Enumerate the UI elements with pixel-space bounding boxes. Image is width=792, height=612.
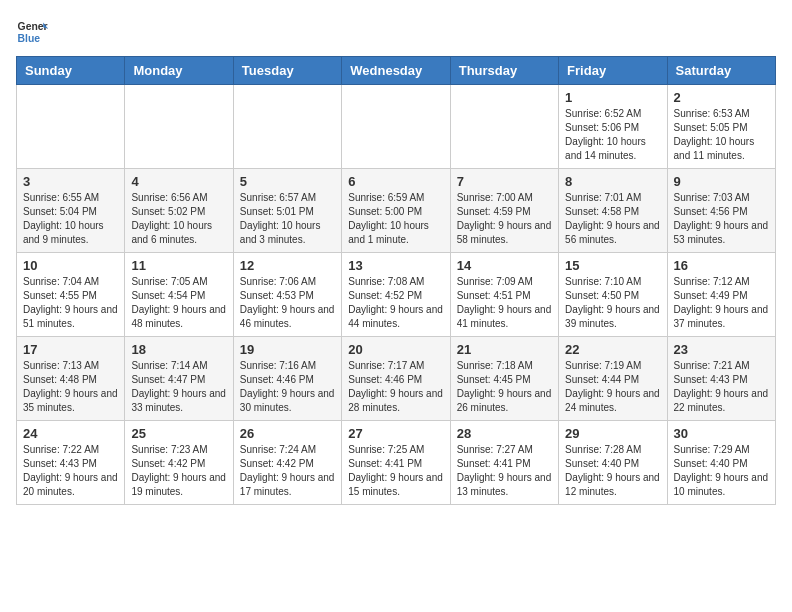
calendar-cell: 29Sunrise: 7:28 AM Sunset: 4:40 PM Dayli…	[559, 421, 667, 505]
day-info: Sunrise: 7:23 AM Sunset: 4:42 PM Dayligh…	[131, 443, 226, 499]
calendar-cell	[125, 85, 233, 169]
day-info: Sunrise: 7:17 AM Sunset: 4:46 PM Dayligh…	[348, 359, 443, 415]
page-header: General Blue	[16, 16, 776, 48]
calendar-cell	[450, 85, 558, 169]
svg-text:Blue: Blue	[18, 33, 41, 44]
day-info: Sunrise: 7:27 AM Sunset: 4:41 PM Dayligh…	[457, 443, 552, 499]
day-number: 21	[457, 342, 552, 357]
day-number: 29	[565, 426, 660, 441]
day-number: 4	[131, 174, 226, 189]
calendar-cell: 17Sunrise: 7:13 AM Sunset: 4:48 PM Dayli…	[17, 337, 125, 421]
calendar-cell: 9Sunrise: 7:03 AM Sunset: 4:56 PM Daylig…	[667, 169, 775, 253]
calendar-cell: 15Sunrise: 7:10 AM Sunset: 4:50 PM Dayli…	[559, 253, 667, 337]
column-header-friday: Friday	[559, 57, 667, 85]
column-header-saturday: Saturday	[667, 57, 775, 85]
column-header-wednesday: Wednesday	[342, 57, 450, 85]
calendar-cell: 21Sunrise: 7:18 AM Sunset: 4:45 PM Dayli…	[450, 337, 558, 421]
day-number: 14	[457, 258, 552, 273]
day-number: 5	[240, 174, 335, 189]
day-info: Sunrise: 7:22 AM Sunset: 4:43 PM Dayligh…	[23, 443, 118, 499]
calendar-week-4: 17Sunrise: 7:13 AM Sunset: 4:48 PM Dayli…	[17, 337, 776, 421]
calendar-cell: 27Sunrise: 7:25 AM Sunset: 4:41 PM Dayli…	[342, 421, 450, 505]
day-number: 24	[23, 426, 118, 441]
column-header-thursday: Thursday	[450, 57, 558, 85]
day-number: 30	[674, 426, 769, 441]
day-number: 19	[240, 342, 335, 357]
logo: General Blue	[16, 16, 52, 48]
calendar-week-5: 24Sunrise: 7:22 AM Sunset: 4:43 PM Dayli…	[17, 421, 776, 505]
calendar-cell: 30Sunrise: 7:29 AM Sunset: 4:40 PM Dayli…	[667, 421, 775, 505]
day-number: 6	[348, 174, 443, 189]
day-info: Sunrise: 7:05 AM Sunset: 4:54 PM Dayligh…	[131, 275, 226, 331]
calendar-cell: 10Sunrise: 7:04 AM Sunset: 4:55 PM Dayli…	[17, 253, 125, 337]
day-number: 7	[457, 174, 552, 189]
day-info: Sunrise: 6:55 AM Sunset: 5:04 PM Dayligh…	[23, 191, 118, 247]
calendar-cell: 2Sunrise: 6:53 AM Sunset: 5:05 PM Daylig…	[667, 85, 775, 169]
day-info: Sunrise: 7:08 AM Sunset: 4:52 PM Dayligh…	[348, 275, 443, 331]
day-info: Sunrise: 7:09 AM Sunset: 4:51 PM Dayligh…	[457, 275, 552, 331]
calendar-cell: 7Sunrise: 7:00 AM Sunset: 4:59 PM Daylig…	[450, 169, 558, 253]
day-info: Sunrise: 7:12 AM Sunset: 4:49 PM Dayligh…	[674, 275, 769, 331]
calendar-cell: 3Sunrise: 6:55 AM Sunset: 5:04 PM Daylig…	[17, 169, 125, 253]
calendar-week-1: 1Sunrise: 6:52 AM Sunset: 5:06 PM Daylig…	[17, 85, 776, 169]
day-number: 8	[565, 174, 660, 189]
day-info: Sunrise: 7:06 AM Sunset: 4:53 PM Dayligh…	[240, 275, 335, 331]
calendar-cell: 14Sunrise: 7:09 AM Sunset: 4:51 PM Dayli…	[450, 253, 558, 337]
day-info: Sunrise: 6:57 AM Sunset: 5:01 PM Dayligh…	[240, 191, 335, 247]
calendar-cell: 28Sunrise: 7:27 AM Sunset: 4:41 PM Dayli…	[450, 421, 558, 505]
day-info: Sunrise: 6:56 AM Sunset: 5:02 PM Dayligh…	[131, 191, 226, 247]
calendar-header: SundayMondayTuesdayWednesdayThursdayFrid…	[17, 57, 776, 85]
calendar-cell: 20Sunrise: 7:17 AM Sunset: 4:46 PM Dayli…	[342, 337, 450, 421]
day-info: Sunrise: 7:00 AM Sunset: 4:59 PM Dayligh…	[457, 191, 552, 247]
day-info: Sunrise: 7:28 AM Sunset: 4:40 PM Dayligh…	[565, 443, 660, 499]
calendar-cell: 8Sunrise: 7:01 AM Sunset: 4:58 PM Daylig…	[559, 169, 667, 253]
calendar-cell: 1Sunrise: 6:52 AM Sunset: 5:06 PM Daylig…	[559, 85, 667, 169]
day-info: Sunrise: 7:21 AM Sunset: 4:43 PM Dayligh…	[674, 359, 769, 415]
day-number: 25	[131, 426, 226, 441]
calendar-cell: 22Sunrise: 7:19 AM Sunset: 4:44 PM Dayli…	[559, 337, 667, 421]
day-info: Sunrise: 7:19 AM Sunset: 4:44 PM Dayligh…	[565, 359, 660, 415]
day-number: 11	[131, 258, 226, 273]
calendar-cell: 13Sunrise: 7:08 AM Sunset: 4:52 PM Dayli…	[342, 253, 450, 337]
day-number: 23	[674, 342, 769, 357]
day-number: 27	[348, 426, 443, 441]
day-number: 12	[240, 258, 335, 273]
day-number: 2	[674, 90, 769, 105]
day-info: Sunrise: 7:25 AM Sunset: 4:41 PM Dayligh…	[348, 443, 443, 499]
calendar-cell: 19Sunrise: 7:16 AM Sunset: 4:46 PM Dayli…	[233, 337, 341, 421]
calendar-cell: 18Sunrise: 7:14 AM Sunset: 4:47 PM Dayli…	[125, 337, 233, 421]
day-info: Sunrise: 7:14 AM Sunset: 4:47 PM Dayligh…	[131, 359, 226, 415]
calendar-cell: 5Sunrise: 6:57 AM Sunset: 5:01 PM Daylig…	[233, 169, 341, 253]
day-info: Sunrise: 6:59 AM Sunset: 5:00 PM Dayligh…	[348, 191, 443, 247]
day-number: 18	[131, 342, 226, 357]
day-info: Sunrise: 7:16 AM Sunset: 4:46 PM Dayligh…	[240, 359, 335, 415]
column-header-monday: Monday	[125, 57, 233, 85]
day-info: Sunrise: 7:04 AM Sunset: 4:55 PM Dayligh…	[23, 275, 118, 331]
column-header-tuesday: Tuesday	[233, 57, 341, 85]
day-info: Sunrise: 7:13 AM Sunset: 4:48 PM Dayligh…	[23, 359, 118, 415]
calendar-cell	[17, 85, 125, 169]
day-number: 26	[240, 426, 335, 441]
day-number: 9	[674, 174, 769, 189]
calendar-cell: 16Sunrise: 7:12 AM Sunset: 4:49 PM Dayli…	[667, 253, 775, 337]
calendar-cell: 24Sunrise: 7:22 AM Sunset: 4:43 PM Dayli…	[17, 421, 125, 505]
day-number: 16	[674, 258, 769, 273]
calendar-cell	[342, 85, 450, 169]
calendar-cell: 25Sunrise: 7:23 AM Sunset: 4:42 PM Dayli…	[125, 421, 233, 505]
day-number: 3	[23, 174, 118, 189]
column-header-sunday: Sunday	[17, 57, 125, 85]
calendar-cell	[233, 85, 341, 169]
calendar-cell: 26Sunrise: 7:24 AM Sunset: 4:42 PM Dayli…	[233, 421, 341, 505]
calendar-cell: 6Sunrise: 6:59 AM Sunset: 5:00 PM Daylig…	[342, 169, 450, 253]
day-info: Sunrise: 7:10 AM Sunset: 4:50 PM Dayligh…	[565, 275, 660, 331]
day-info: Sunrise: 7:03 AM Sunset: 4:56 PM Dayligh…	[674, 191, 769, 247]
calendar-cell: 12Sunrise: 7:06 AM Sunset: 4:53 PM Dayli…	[233, 253, 341, 337]
day-info: Sunrise: 7:01 AM Sunset: 4:58 PM Dayligh…	[565, 191, 660, 247]
day-info: Sunrise: 7:18 AM Sunset: 4:45 PM Dayligh…	[457, 359, 552, 415]
logo-icon: General Blue	[16, 16, 48, 48]
calendar-cell: 4Sunrise: 6:56 AM Sunset: 5:02 PM Daylig…	[125, 169, 233, 253]
calendar-table: SundayMondayTuesdayWednesdayThursdayFrid…	[16, 56, 776, 505]
day-info: Sunrise: 6:52 AM Sunset: 5:06 PM Dayligh…	[565, 107, 660, 163]
calendar-cell: 11Sunrise: 7:05 AM Sunset: 4:54 PM Dayli…	[125, 253, 233, 337]
day-number: 1	[565, 90, 660, 105]
